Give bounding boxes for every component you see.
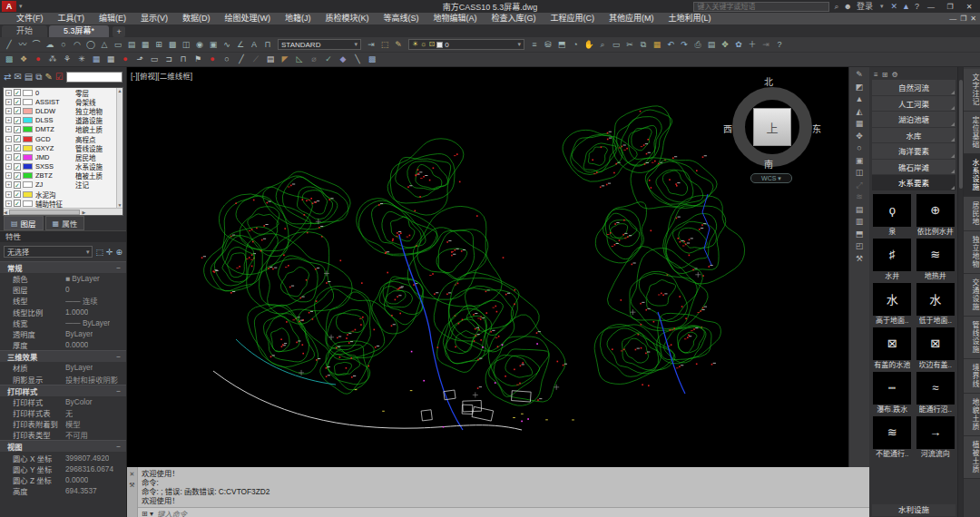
layer-row[interactable]: + ✓ JMD 居民地 [4, 152, 116, 161]
toolbar-icon[interactable]: ↶ [664, 39, 677, 51]
section-header[interactable]: 常规− [0, 261, 126, 273]
menu-icon[interactable]: ≡ [874, 71, 878, 79]
nav-tool-icon[interactable]: ▤ [856, 205, 864, 214]
layer-row[interactable]: + ✓ 辅助特征 [4, 199, 116, 208]
draw-tool-icon[interactable]: ⊓ [261, 39, 274, 51]
nav-tool-icon[interactable]: ⬒ [856, 229, 864, 239]
toolbar-icon[interactable]: ◔ [569, 39, 582, 51]
symbol-item[interactable]: ϙ 泉 [872, 194, 913, 238]
toolbar-icon[interactable]: ✂ [623, 39, 636, 51]
compass-west-label[interactable]: 西 [723, 122, 732, 135]
property-row[interactable]: 材质ByLayer [0, 362, 126, 373]
menu-item[interactable]: 工程应用(C) [544, 13, 603, 24]
property-row[interactable]: 打印样式表无 [0, 407, 126, 418]
toolbar-icon[interactable]: ⇥ [365, 39, 377, 51]
menu-item[interactable]: 土地利用(L) [662, 13, 719, 24]
layer-control-select[interactable]: ☀ ☼ ⊡ 0 ▾ [408, 39, 524, 50]
symbol-preview-icon[interactable]: 水 [916, 283, 955, 316]
layer-visibility-checkbox[interactable]: ✓ [14, 107, 21, 114]
layer-list-hscrollbar[interactable]: ◀▶ [4, 208, 122, 215]
menu-item[interactable]: 地籍(J) [278, 13, 318, 24]
cass-tool-icon[interactable]: ✳ [75, 54, 88, 65]
symbol-group-item[interactable]: 水库 [872, 128, 956, 143]
scrollbar-thumb[interactable] [959, 80, 963, 189]
toolbar-icon[interactable]: ✥ [719, 39, 731, 51]
category-tab[interactable]: 独立地物 [964, 231, 980, 274]
tab-start[interactable]: 开始 [2, 25, 47, 37]
nav-tool-icon[interactable]: ○ [857, 143, 861, 152]
draw-tool-icon[interactable]: ○ [57, 39, 70, 51]
compass-east-label[interactable]: 东 [812, 122, 821, 135]
property-row[interactable]: 圆心 X 坐标399807.4920 [0, 452, 126, 463]
nav-tool-icon[interactable]: ▲ [856, 94, 864, 103]
doc-close-button[interactable]: ✕ [970, 15, 976, 23]
nav-tool-icon[interactable]: ⤢ [856, 180, 862, 190]
expand-icon[interactable]: + [5, 191, 12, 198]
nav-tool-icon[interactable]: ⚒ [856, 254, 863, 263]
toolbar-icon[interactable]: ⧉ [637, 39, 650, 51]
section-header[interactable]: 三维效果− [0, 350, 126, 362]
toolbar-icon[interactable]: ✎ [392, 39, 405, 51]
expand-icon[interactable]: + [5, 200, 12, 207]
layer-visibility-checkbox[interactable]: ✓ [14, 153, 21, 161]
draw-tool-icon[interactable]: ☁ [44, 39, 56, 51]
section-header[interactable]: 视图− [0, 440, 126, 452]
drawing-canvas[interactable]: [-][俯视][二维线框] 北 南 西 东 上 WCS ▾ [127, 67, 848, 467]
layer-lock-icon[interactable]: ⊡ [429, 40, 436, 49]
layer-row[interactable]: + ✓ DMTZ 地貌土质 [4, 125, 116, 134]
layer-palette-icon[interactable]: ⇄ [4, 72, 11, 83]
select-objects-icon[interactable]: ✛ [106, 248, 113, 257]
new-tab-button[interactable]: + [113, 26, 125, 37]
draw-tool-icon[interactable]: ⌒ [30, 39, 43, 51]
cass-tool-icon[interactable]: ◺ [293, 54, 306, 65]
cass-tool-icon[interactable]: ⟋ [250, 54, 262, 65]
command-history[interactable]: 欢迎使用！命令:命令: ; 错误: 函数错误: C:CVTOF3ZD2欢迎使用！ [138, 467, 869, 507]
property-row[interactable]: 阴影显示投射和接收阴影 [0, 374, 126, 385]
toolbar-icon[interactable]: ✋ [583, 39, 595, 51]
layer-palette-icon[interactable]: ☑ [55, 72, 64, 83]
layer-color-swatch[interactable] [23, 108, 33, 114]
property-row[interactable]: 高度694.3537 [0, 485, 126, 496]
viewport-controls[interactable]: [-][俯视][二维线框] [131, 70, 192, 81]
category-tab[interactable]: 文字注记 [964, 69, 980, 112]
expand-icon[interactable]: + [5, 90, 12, 96]
layer-color-swatch[interactable] [23, 154, 33, 161]
symbol-group-item[interactable]: 人工河渠 [872, 96, 956, 112]
toolbar-icon[interactable]: ＋ [746, 39, 759, 51]
menu-item[interactable]: 文件(F) [9, 13, 51, 24]
search-icon[interactable]: ⌕ [834, 2, 838, 12]
layer-visibility-checkbox[interactable]: ✓ [14, 190, 21, 198]
toolbar-icon[interactable]: ⇥ [760, 39, 772, 51]
layer-row[interactable]: + ✓ SXSS 水系设施 [4, 162, 116, 171]
symbol-group-item[interactable]: 湖泊池塘 [872, 112, 956, 127]
expand-icon[interactable]: + [5, 126, 12, 132]
layer-color-swatch[interactable] [23, 136, 33, 142]
menu-item[interactable]: 工具(T) [51, 13, 93, 24]
cass-tool-icon[interactable]: ❖ [17, 54, 30, 65]
selection-dropdown[interactable]: 无选择 ▾ [4, 246, 93, 258]
draw-tool-icon[interactable]: ▭ [112, 39, 124, 51]
symbol-preview-icon[interactable]: ⊠ [873, 327, 911, 360]
nav-tool-icon[interactable]: ◫ [856, 168, 864, 177]
draw-tool-icon[interactable]: A [248, 39, 260, 51]
symbol-item[interactable]: ♯ 水井 [872, 239, 913, 282]
symbol-preview-icon[interactable]: ≋ [873, 416, 911, 449]
symbol-item[interactable]: ⊕ 依比例水井 [916, 194, 956, 238]
restore-button[interactable]: ❐ [943, 3, 957, 11]
symbol-group-item[interactable]: 海洋要素 [872, 143, 956, 159]
toolbar-icon[interactable]: ⌕ [596, 39, 609, 51]
layer-row[interactable]: + ✓ ASSIST 骨架线 [4, 97, 116, 106]
property-row[interactable]: 线型比例1.0000 [0, 307, 126, 317]
draw-tool-icon[interactable]: ∠ [234, 39, 247, 51]
toolbar-icon[interactable]: ⛁ [542, 39, 554, 51]
layer-row[interactable]: + ✓ ZJ 注记 [4, 180, 116, 190]
layer-visibility-checkbox[interactable]: ✓ [14, 172, 21, 180]
menu-item[interactable]: 地物编辑(A) [426, 13, 485, 24]
expand-icon[interactable]: + [5, 181, 12, 188]
cass-tool-icon[interactable]: ● [206, 54, 219, 65]
collapse-icon[interactable]: − [116, 352, 121, 361]
cass-tool-icon[interactable]: ⚘ [61, 54, 74, 65]
property-row[interactable]: 圆心 Z 坐标0.0000 [0, 474, 126, 485]
toggle-pickadd-icon[interactable]: ⬚ [95, 248, 103, 257]
draw-tool-icon[interactable]: ◠ [71, 39, 83, 51]
